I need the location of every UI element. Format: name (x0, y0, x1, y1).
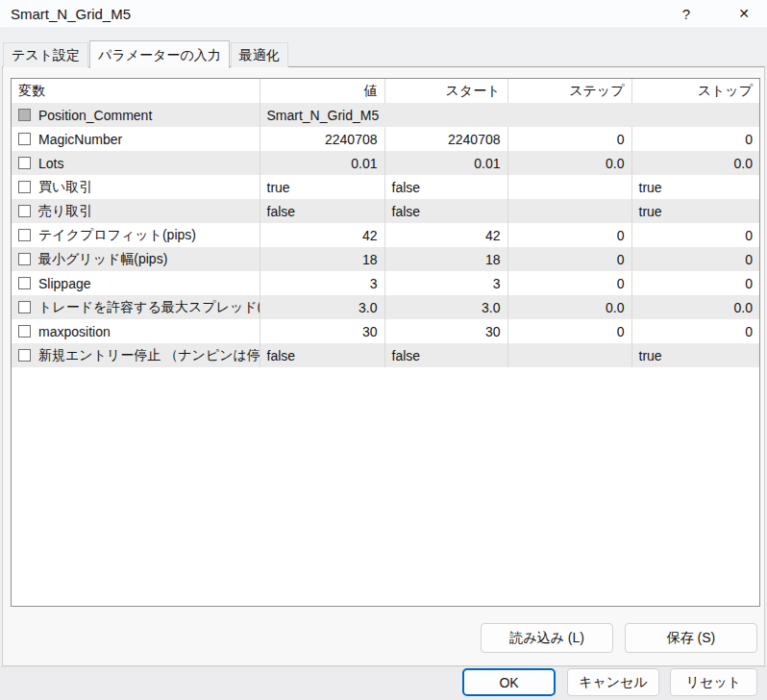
param-cell[interactable]: 3.0 (260, 295, 384, 319)
table-row[interactable]: 新規エントリー停止 （ナンピンは停･..falsefalsetrue (12, 343, 759, 367)
optimize-checkbox[interactable] (18, 277, 31, 289)
param-cell[interactable]: 0 (631, 271, 759, 295)
param-cell[interactable]: 42 (260, 223, 384, 247)
param-name: Slippage (38, 276, 91, 291)
cancel-button[interactable]: キャンセル (567, 668, 659, 696)
parameter-input-page: 変数 値 スタート ステップ ストップ Position_CommentSmar… (2, 66, 765, 666)
param-name: トレードを許容する最大スプレッド(pi... (38, 299, 260, 316)
param-table-body: Position_CommentSmart_N_Grid_M5MagicNumb… (12, 103, 759, 367)
tab-test-settings[interactable]: テスト設定 (3, 42, 88, 67)
param-cell[interactable]: 2240708 (260, 127, 384, 151)
param-cell[interactable]: true (260, 175, 384, 199)
table-row[interactable]: 買い取引truefalsetrue (12, 175, 759, 199)
param-cell[interactable]: 0 (631, 247, 759, 271)
param-cell[interactable]: 0.01 (384, 151, 507, 175)
param-cell[interactable]: 18 (260, 247, 384, 271)
table-row[interactable]: 最小グリッド幅(pips)181800 (12, 247, 759, 271)
table-header-row: 変数 値 スタート ステップ ストップ (12, 79, 759, 103)
param-cell[interactable]: 30 (384, 319, 507, 343)
param-cell[interactable]: false (260, 343, 384, 367)
param-cell[interactable]: 0 (507, 247, 631, 271)
param-cell[interactable]: 3 (384, 271, 507, 295)
param-cell[interactable] (507, 199, 631, 223)
column-header-start: スタート (384, 79, 507, 103)
param-cell[interactable]: 0.0 (631, 295, 759, 319)
save-button[interactable]: 保存 (S) (625, 623, 757, 653)
column-header-value: 値 (260, 79, 384, 103)
column-header-stop: ストップ (631, 79, 759, 103)
optimize-checkbox[interactable] (18, 157, 31, 169)
table-row[interactable]: トレードを許容する最大スプレッド(pi...3.03.00.00.0 (12, 295, 759, 319)
table-row[interactable]: 売り取引falsefalsetrue (12, 199, 759, 223)
param-name: Position_Comment (38, 108, 152, 123)
param-cell[interactable]: false (260, 199, 384, 223)
param-cell[interactable]: false (384, 199, 507, 223)
load-button[interactable]: 読み込み (L) (481, 623, 613, 653)
table-row[interactable]: テイクプロフィット(pips)424200 (12, 223, 759, 247)
param-name: MagicNumber (38, 132, 122, 147)
param-cell[interactable]: 0 (631, 127, 759, 151)
param-name: テイクプロフィット(pips) (38, 227, 196, 244)
table-row[interactable]: Lots0.010.010.00.0 (12, 151, 759, 175)
param-cell[interactable]: 0 (631, 223, 759, 247)
optimize-checkbox[interactable] (18, 325, 31, 338)
help-icon[interactable]: ? (667, 0, 705, 27)
param-cell[interactable]: 0.0 (507, 151, 631, 175)
bottom-bar: OK キャンセル リセット (0, 666, 767, 700)
param-cell[interactable]: Smart_N_Grid_M5 (260, 103, 759, 127)
expert-properties-dialog: Smart_N_Grid_M5 ? ✕ テスト設定 パラメーターの入力 最適化 … (0, 0, 767, 700)
param-cell[interactable] (507, 343, 631, 367)
param-cell[interactable]: 0 (507, 319, 631, 343)
reset-button[interactable]: リセット (670, 668, 757, 696)
param-cell[interactable]: true (631, 175, 759, 199)
ok-button[interactable]: OK (462, 668, 556, 696)
param-cell[interactable]: 0 (631, 319, 759, 343)
param-cell[interactable]: 0.0 (507, 295, 631, 319)
optimize-checkbox[interactable] (18, 253, 31, 265)
param-name: Lots (38, 156, 63, 171)
table-row[interactable]: Slippage3300 (12, 271, 759, 295)
param-cell[interactable]: false (384, 175, 507, 199)
table-row[interactable]: maxposition303000 (12, 319, 759, 343)
param-name: maxposition (38, 324, 111, 339)
optimize-checkbox[interactable] (18, 133, 31, 145)
param-cell[interactable]: 42 (384, 223, 507, 247)
param-name: 最小グリッド幅(pips) (38, 251, 167, 268)
param-cell[interactable]: 30 (260, 319, 384, 343)
tab-optimization[interactable]: 最適化 (231, 42, 288, 67)
optimize-checkbox[interactable] (18, 349, 31, 362)
param-name: 売り取引 (38, 203, 92, 220)
param-cell[interactable]: 3.0 (384, 295, 507, 319)
optimize-checkbox[interactable] (18, 301, 31, 313)
column-header-step: ステップ (507, 79, 631, 103)
param-cell[interactable]: 0.0 (631, 151, 759, 175)
param-cell[interactable]: true (631, 199, 759, 223)
tab-parameter-input[interactable]: パラメーターの入力 (89, 40, 230, 68)
param-cell[interactable]: false (384, 343, 507, 367)
param-cell[interactable]: 0 (507, 271, 631, 295)
table-row[interactable]: MagicNumber2240708224070800 (12, 127, 759, 151)
parameter-table: 変数 値 スタート ステップ ストップ Position_CommentSmar… (11, 78, 760, 607)
param-cell[interactable] (507, 175, 631, 199)
param-cell[interactable]: 18 (384, 247, 507, 271)
param-cell[interactable]: 3 (260, 271, 384, 295)
param-cell[interactable]: 0.01 (260, 151, 384, 175)
optimize-checkbox[interactable] (18, 181, 31, 193)
close-icon[interactable]: ✕ (725, 0, 763, 27)
param-name: 新規エントリー停止 （ナンピンは停･.. (38, 347, 260, 364)
optimize-checkbox[interactable] (18, 229, 31, 241)
tab-strip: テスト設定 パラメーターの入力 最適化 (3, 39, 289, 67)
title-bar[interactable]: Smart_N_Grid_M5 ? ✕ (0, 0, 767, 27)
column-header-variable: 変数 (12, 79, 260, 103)
window-title: Smart_N_Grid_M5 (11, 6, 131, 22)
param-name: 買い取引 (38, 179, 92, 196)
param-cell[interactable]: 2240708 (384, 127, 507, 151)
param-cell[interactable]: 0 (507, 223, 631, 247)
table-row[interactable]: Position_CommentSmart_N_Grid_M5 (12, 103, 759, 127)
optimize-checkbox[interactable] (18, 205, 31, 217)
param-cell[interactable]: 0 (507, 127, 631, 151)
param-cell[interactable]: true (631, 343, 759, 367)
optimize-checkbox (18, 109, 31, 121)
